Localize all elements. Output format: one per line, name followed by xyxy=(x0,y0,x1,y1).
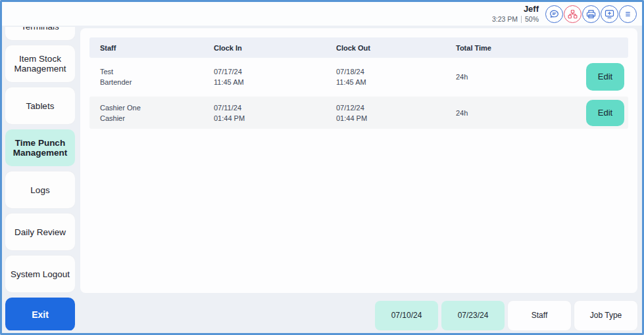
chat-icon xyxy=(549,9,560,20)
sidebar-item-tablets[interactable]: Tablets xyxy=(5,87,75,124)
job-type-filter-button[interactable]: Job Type xyxy=(574,301,637,330)
sidebar-item-system-logout[interactable]: System Logout xyxy=(5,256,75,292)
sidebar-item-label: Daily Review xyxy=(14,227,66,237)
main-content-card: Staff Clock In Clock Out Total Time Test… xyxy=(80,28,637,293)
edit-button[interactable]: Edit xyxy=(586,63,624,91)
staff-cell: Test Bartender xyxy=(100,58,132,95)
column-header-staff: Staff xyxy=(100,37,116,58)
total-time-cell: 24h xyxy=(456,97,468,129)
display-add-button[interactable] xyxy=(601,5,618,23)
sidebar-item-label: Item Stock Management xyxy=(9,54,71,74)
sidebar-item-label: Logs xyxy=(30,185,49,195)
clock-out-cell: 07/18/24 11:45 AM xyxy=(336,58,366,95)
sidebar-item-label: Time Punch Management xyxy=(9,138,71,158)
clock-in-cell: 07/11/24 01:44 PM xyxy=(214,97,245,129)
topbar-icon-row xyxy=(545,5,637,23)
sidebar-item-label: Terminals xyxy=(5,27,75,32)
clock-in-cell: 07/17/24 11:45 AM xyxy=(214,58,244,95)
sidebar: Terminals Item Stock Management Tablets … xyxy=(5,27,75,330)
clock-in-time: 11:45 AM xyxy=(214,77,244,87)
clock-out-time: 11:45 AM xyxy=(336,77,366,87)
table-row: Test Bartender 07/17/24 11:45 AM 07/18/2… xyxy=(89,58,628,95)
staff-cell: Cashier One Cashier xyxy=(100,97,141,129)
table-row: Cashier One Cashier 07/11/24 01:44 PM 07… xyxy=(89,97,628,129)
staff-name: Test xyxy=(100,66,113,77)
column-header-clock-in: Clock In xyxy=(214,37,242,58)
clock-out-date: 07/12/24 xyxy=(336,102,364,113)
clock-out-time: 01:44 PM xyxy=(336,113,367,123)
clock-in-time: 01:44 PM xyxy=(214,113,245,123)
exit-button-label: Exit xyxy=(32,309,49,320)
status-divider xyxy=(521,16,522,23)
table-header-row: Staff Clock In Clock Out Total Time xyxy=(89,37,628,58)
printer-icon xyxy=(585,9,597,20)
user-status: 3:23 PM 50% xyxy=(492,15,539,24)
bottom-filter-bar: 07/10/24 07/23/24 Staff Job Type xyxy=(80,300,637,330)
staff-role: Cashier xyxy=(100,113,125,123)
sidebar-item-daily-review[interactable]: Daily Review xyxy=(5,213,75,250)
end-date-button[interactable]: 07/23/24 xyxy=(441,301,505,330)
print-button[interactable] xyxy=(582,5,600,23)
sidebar-item-terminals[interactable]: Terminals xyxy=(5,27,75,40)
exit-button[interactable]: Exit xyxy=(5,298,75,330)
clock-out-cell: 07/12/24 01:44 PM xyxy=(336,97,367,129)
staff-name: Cashier One xyxy=(100,102,141,113)
battery-percent: 50% xyxy=(525,15,539,24)
clock-time: 3:23 PM xyxy=(492,15,518,24)
app-window: Jeff 3:23 PM 50% xyxy=(0,0,644,335)
sidebar-item-label: Tablets xyxy=(26,101,55,111)
top-bar: Jeff 3:23 PM 50% xyxy=(2,2,642,26)
sidebar-item-label: System Logout xyxy=(11,269,70,279)
sidebar-item-item-stock-management[interactable]: Item Stock Management xyxy=(5,45,75,82)
network-icon xyxy=(567,9,578,20)
time-punch-table: Staff Clock In Clock Out Total Time Test… xyxy=(89,37,628,129)
chat-button[interactable] xyxy=(545,5,563,23)
start-date-button[interactable]: 07/10/24 xyxy=(375,301,438,330)
menu-button[interactable] xyxy=(619,5,637,23)
staff-role: Bartender xyxy=(100,77,132,87)
edit-button[interactable]: Edit xyxy=(586,100,624,126)
user-name: Jeff xyxy=(524,4,539,14)
network-button[interactable] xyxy=(564,5,582,23)
column-header-clock-out: Clock Out xyxy=(336,37,370,58)
sidebar-item-time-punch-management[interactable]: Time Punch Management xyxy=(5,129,75,166)
menu-icon xyxy=(622,9,633,20)
clock-in-date: 07/17/24 xyxy=(214,66,242,77)
column-header-total-time: Total Time xyxy=(456,37,491,58)
user-block: Jeff 3:23 PM 50% xyxy=(492,4,539,23)
display-add-icon xyxy=(604,9,615,20)
sidebar-item-logs[interactable]: Logs xyxy=(5,171,75,208)
clock-in-date: 07/11/24 xyxy=(214,102,241,113)
total-time-cell: 24h xyxy=(456,58,468,95)
clock-out-date: 07/18/24 xyxy=(336,66,364,77)
staff-filter-button[interactable]: Staff xyxy=(508,301,571,330)
